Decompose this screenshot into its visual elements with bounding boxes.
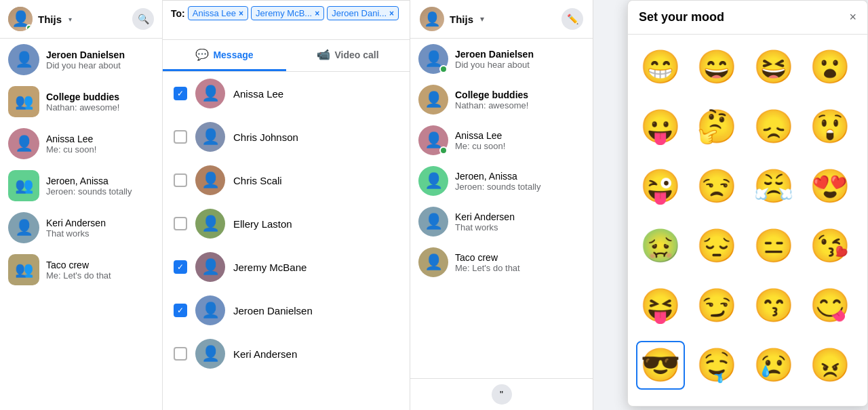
username-dropdown-icon[interactable]: ▾ (68, 16, 72, 23)
contact-checkbox[interactable] (174, 217, 187, 230)
contact-item[interactable]: 👤Chris Scali (163, 159, 410, 202)
chat-header-dropdown[interactable]: ▾ (480, 14, 484, 24)
contact-name: Chris Scali (233, 175, 282, 186)
chat-list: 👤Jeroen DanielsenDid you hear about👤Coll… (410, 39, 593, 378)
emoji-header: Set your mood × (628, 1, 867, 35)
remove-recipient-btn[interactable]: × (389, 9, 394, 18)
chat-item-avatar: 👤 (418, 85, 448, 115)
emoji-cell[interactable]: 😁 (636, 43, 685, 91)
emoji-cell[interactable]: 😔 (692, 222, 741, 270)
online-indicator (439, 65, 448, 73)
conversation-list: 👤Jeroen DanielsenDid you hear about👥Coll… (0, 39, 162, 410)
user-avatar: 👤 (8, 7, 33, 31)
chat-item-info: Jeroen, AnissaJeroen: sounds totally (455, 171, 585, 192)
sidebar-conv-item[interactable]: 👥College buddiesNathan: awesome! (0, 81, 162, 123)
emoji-cell[interactable]: 😏 (692, 281, 741, 330)
chat-list-item[interactable]: 👤Anissa LeeMe: cu soon! (410, 120, 593, 161)
contact-avatar: 👤 (195, 295, 225, 325)
emoji-cell[interactable]: 😙 (749, 281, 798, 330)
chat-item-info: Anissa LeeMe: cu soon! (455, 130, 585, 151)
chat-item-avatar: 👤 (418, 166, 448, 196)
sidebar-conv-item[interactable]: 👤Keri AndersenThat works (0, 207, 162, 249)
emoji-cell[interactable]: 😞 (749, 102, 798, 151)
online-indicator (439, 146, 448, 155)
contact-item[interactable]: 👤Chris Johnson (163, 115, 410, 159)
emoji-cell[interactable]: 😄 (692, 43, 741, 91)
to-search-input[interactable] (171, 23, 401, 34)
conv-name: Jeroen, Anissa (46, 176, 154, 186)
emoji-cell[interactable]: 😝 (636, 281, 685, 330)
conv-preview: Jeroen: sounds totally (46, 186, 154, 197)
chat-list-item[interactable]: 👤Taco crewMe: Let's do that (410, 242, 593, 283)
emoji-cell[interactable]: 😲 (806, 102, 854, 151)
contact-item[interactable]: ✓👤Anissa Lee (163, 72, 410, 115)
emoji-cell[interactable]: 😠 (806, 341, 854, 390)
tabs-row: 💬 Message 📹 Video call (163, 40, 410, 72)
contact-item[interactable]: 👤Keri Andersen (163, 332, 410, 375)
chat-item-preview: Me: cu soon! (455, 141, 585, 151)
new-message-btn[interactable]: ✏️ (561, 8, 583, 30)
chat-item-preview: Jeroen: sounds totally (455, 182, 585, 192)
emoji-cell[interactable]: 😆 (749, 43, 798, 91)
emoji-cell[interactable]: 🤔 (692, 102, 741, 151)
quote-button[interactable]: " (492, 384, 512, 405)
recipient-tag: Jeremy McB...× (251, 6, 324, 20)
contact-avatar: 👤 (195, 339, 225, 369)
emoji-cell[interactable]: 😤 (749, 162, 798, 211)
emoji-cell[interactable]: 🤤 (692, 341, 741, 390)
search-button[interactable]: 🔍 (132, 8, 154, 30)
chat-list-item[interactable]: 👤Jeroen, AnissaJeroen: sounds totally (410, 161, 593, 201)
contact-checkbox[interactable]: ✓ (174, 87, 187, 100)
chat-list-item[interactable]: 👤Keri AndersenThat works (410, 201, 593, 242)
chat-item-name: College buddies (455, 89, 585, 100)
contact-avatar: 👤 (195, 209, 225, 239)
chat-item-avatar: 👤 (418, 247, 448, 277)
recipient-tag: Anissa Lee× (188, 6, 248, 20)
contact-avatar: 👤 (195, 79, 225, 108)
online-indicator (26, 24, 33, 31)
contact-checkbox[interactable]: ✓ (174, 260, 187, 274)
conv-info: Keri AndersenThat works (46, 218, 154, 239)
contact-item[interactable]: ✓👤Jeremy McBane (163, 245, 410, 289)
emoji-cell[interactable]: 🤢 (636, 222, 685, 270)
emoji-cell[interactable]: 😑 (749, 222, 798, 270)
contact-avatar: 👤 (195, 252, 225, 282)
sidebar-conv-item[interactable]: 👤Anissa LeeMe: cu soon! (0, 123, 162, 165)
chat-item-name: Jeroen Danielsen (455, 49, 585, 60)
contact-item[interactable]: ✓👤Jeroen Danielsen (163, 289, 410, 332)
contact-checkbox[interactable] (174, 173, 187, 187)
chat-item-name: Taco crew (455, 252, 585, 263)
remove-recipient-btn[interactable]: × (315, 9, 319, 18)
chat-item-avatar: 👤 (418, 207, 448, 237)
emoji-cell[interactable]: 😮 (806, 43, 854, 91)
conv-preview: Nathan: awesome! (46, 102, 154, 112)
emoji-cell[interactable]: 😎 (636, 341, 685, 390)
emoji-cell[interactable]: 😛 (636, 102, 685, 151)
sidebar-conv-item[interactable]: 👤Jeroen DanielsenDid you hear about (0, 39, 162, 81)
conv-preview: Did you hear about (46, 60, 154, 70)
emoji-cell[interactable]: 😢 (749, 341, 798, 390)
chat-item-preview: Did you hear about (455, 60, 585, 70)
remove-recipient-btn[interactable]: × (239, 9, 243, 18)
chat-header-name: Thijs (450, 14, 473, 25)
emoji-cell[interactable]: 😜 (636, 162, 685, 211)
tab-message[interactable]: 💬 Message (163, 40, 286, 71)
sidebar-conv-item[interactable]: 👥Jeroen, AnissaJeroen: sounds totally (0, 165, 162, 207)
conv-name: College buddies (46, 91, 154, 102)
contact-checkbox[interactable] (174, 347, 187, 361)
contact-checkbox[interactable]: ✓ (174, 304, 187, 317)
chat-list-item[interactable]: 👤College buddiesNathan: awesome! (410, 79, 593, 120)
contact-checkbox[interactable] (174, 130, 187, 144)
chat-item-avatar: 👤 (418, 44, 448, 74)
sidebar-conv-item[interactable]: 👥Taco crewMe: Let's do that (0, 249, 162, 291)
tab-video[interactable]: 📹 Video call (286, 40, 410, 71)
emoji-cell[interactable]: 😍 (806, 162, 854, 211)
emoji-grid: 😁😄😆😮😛🤔😞😲😜😒😤😍🤢😔😑😘😝😏😙😋😎🤤😢😠 (628, 35, 867, 406)
emoji-cell[interactable]: 😋 (806, 281, 854, 330)
recipient-name: Jeremy McB... (256, 8, 312, 18)
emoji-close-button[interactable]: × (849, 10, 856, 24)
contact-item[interactable]: 👤Ellery Laston (163, 202, 410, 245)
emoji-cell[interactable]: 😒 (692, 162, 741, 211)
chat-list-item[interactable]: 👤Jeroen DanielsenDid you hear about (410, 39, 593, 79)
emoji-cell[interactable]: 😘 (806, 222, 854, 270)
